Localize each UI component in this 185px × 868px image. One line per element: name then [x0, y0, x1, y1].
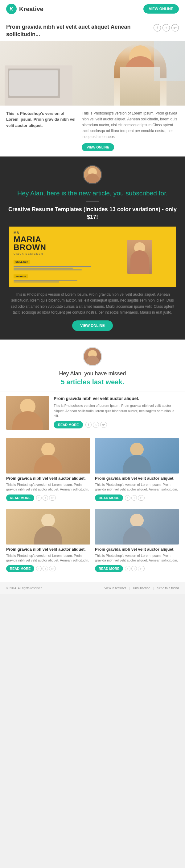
grid-article-3: Proin gravida nibh vel velit auctor aliq… [6, 505, 92, 576]
grid-article-2-image [95, 438, 179, 473]
dark-section: Hey Alan, here is the new article, you s… [0, 156, 185, 340]
g4-fb-icon[interactable]: f [125, 566, 131, 571]
dark-body-text: This is Photoshop's version of Lorem Ips… [6, 292, 179, 315]
two-col-section: This is Photoshop's version of Lorem Ips… [0, 105, 185, 156]
missed-greeting: Hey Alan, you have missed [6, 370, 179, 377]
g4-tw-icon[interactable]: t [131, 566, 137, 571]
g4-gp-icon[interactable]: g+ [138, 566, 145, 571]
featured-facebook-icon[interactable]: f [85, 422, 91, 428]
hero-social-icons: f t g+ [153, 24, 179, 31]
twitter-icon[interactable]: t [162, 24, 170, 31]
header: K Kreative VIEW ONLINE [0, 0, 185, 18]
footer-copyright: © 2014. All rights reserved [6, 587, 42, 590]
hero-title: Proin gravida nibh vel velit auct alique… [6, 23, 150, 38]
missed-section: Hey Alan, you have missed 5 articles las… [0, 340, 185, 391]
header-view-online-button[interactable]: VIEW ONLINE [143, 4, 179, 13]
footer-unsubscribe-link[interactable]: Unsubscribe [133, 587, 150, 590]
grid-article-1-read-more[interactable]: READ MORE [6, 495, 34, 501]
dark-section-avatar [83, 165, 102, 184]
grid-article-3-image [6, 509, 90, 545]
grid-article-2-read-more[interactable]: READ MORE [95, 495, 123, 501]
grid-article-1: Proin gravida nibh vel velit auctor aliq… [6, 434, 92, 505]
grid-article-4: Proin gravida nibh vel velit auctor aliq… [92, 505, 179, 576]
grid-3-social: f t g+ [36, 566, 56, 571]
resume-job-title: UI&UX DESIGNER [13, 252, 105, 255]
hero-section: Proin gravida nibh vel velit auct alique… [0, 18, 185, 41]
dark-view-online-button[interactable]: VIEW ONLINE [72, 320, 113, 331]
g3-fb-icon[interactable]: f [36, 566, 42, 571]
grid-article-4-image [95, 509, 179, 545]
featured-article-body: This is Photoshop's version of Lorem Ips… [54, 403, 179, 418]
featured-article-content: Proin gravida nibh vel velit auctor aliq… [54, 396, 179, 430]
grid-article-2-title: Proin gravida nibh vel velit auctor aliq… [95, 476, 179, 481]
resume-awards-label: AWARDS [13, 274, 28, 278]
resume-photo [127, 240, 152, 274]
g1-fb-icon[interactable]: f [36, 495, 42, 501]
grid-2-social: f t g+ [125, 495, 145, 501]
col-right: This is Photoshop's version of Lorem Ips… [82, 111, 179, 151]
grid-article-3-title: Proin gravida nibh vel velit auctor aliq… [6, 547, 90, 552]
g2-gp-icon[interactable]: g+ [138, 495, 145, 501]
missed-avatar [83, 347, 102, 366]
hero-image [0, 41, 185, 105]
g3-gp-icon[interactable]: g+ [49, 566, 56, 571]
logo-initial: K [9, 6, 13, 12]
footer: © 2014. All rights reserved View in brow… [0, 582, 185, 594]
dark-divider [86, 201, 99, 202]
resume-award-lines [13, 280, 105, 282]
logo-area: K Kreative [6, 4, 43, 14]
featured-article-image [6, 396, 49, 430]
col-left: This is Photoshop's version of Lorem Ips… [6, 111, 76, 151]
featured-article-actions: READ MORE f t g+ [54, 421, 179, 429]
grid-article-2-body: This is Photoshop's version of Lorem Ips… [95, 483, 179, 492]
g1-gp-icon[interactable]: g+ [49, 495, 56, 501]
resume-last-name: BROWN [13, 243, 105, 251]
grid-4-social: f t g+ [125, 566, 145, 571]
resume-first-name: MARIA [13, 235, 105, 243]
googleplus-icon[interactable]: g+ [172, 24, 179, 31]
grid-article-3-body: This is Photoshop's version of Lorem Ips… [6, 554, 90, 563]
missed-highlight: 5 articles last week. [6, 378, 179, 386]
grid-article-4-title: Proin gravida nibh vel velit auctor aliq… [95, 547, 179, 552]
grid-1-social: f t g+ [36, 495, 56, 501]
grid-article-1-title: Proin gravida nibh vel velit auctor aliq… [6, 476, 90, 481]
footer-send-link[interactable]: Send to a friend [157, 587, 179, 590]
footer-view-browser-link[interactable]: View in browser [104, 587, 126, 590]
resume-initials: MB [13, 231, 105, 235]
featured-gplus-icon[interactable]: g+ [100, 422, 107, 428]
grid-article-4-body: This is Photoshop's version of Lorem Ips… [95, 554, 179, 563]
dark-greeting: Hey Alan, here is the new article, you s… [6, 189, 179, 197]
resume-right [108, 231, 172, 282]
g3-tw-icon[interactable]: t [42, 566, 48, 571]
resume-skill-lines [13, 266, 105, 270]
g2-fb-icon[interactable]: f [125, 495, 131, 501]
footer-sep-2: | [153, 587, 154, 590]
g2-tw-icon[interactable]: t [131, 495, 137, 501]
resume-card: MB MARIA BROWN UI&UX DESIGNER SKILL SET … [9, 226, 176, 287]
featured-article: Proin gravida nibh vel velit auctor aliq… [0, 391, 185, 434]
featured-article-title: Proin gravida nibh vel velit auctor aliq… [54, 396, 179, 401]
featured-social-icons: f t g+ [85, 422, 107, 428]
footer-sep-1: | [129, 587, 130, 590]
logo-icon: K [6, 4, 17, 14]
resume-skills-label: SKILL SET [13, 260, 30, 264]
featured-read-more-button[interactable]: READ MORE [54, 421, 83, 429]
featured-twitter-icon[interactable]: t [93, 422, 99, 428]
grid-article-2: Proin gravida nibh vel velit auctor aliq… [92, 434, 179, 505]
grid-article-4-read-more[interactable]: READ MORE [95, 565, 123, 572]
facebook-icon[interactable]: f [153, 24, 161, 31]
g1-tw-icon[interactable]: t [42, 495, 48, 501]
logo-text: Kreative [19, 5, 43, 13]
footer-links: View in browser | Unsubscribe | Send to … [104, 587, 179, 590]
grid-article-3-read-more[interactable]: READ MORE [6, 565, 34, 572]
articles-grid: Proin gravida nibh vel velit auctor aliq… [0, 434, 185, 582]
grid-article-1-body: This is Photoshop's version of Lorem Ips… [6, 483, 90, 492]
resume-left: MB MARIA BROWN UI&UX DESIGNER SKILL SET … [13, 231, 105, 282]
dark-article-title: Creative Resume Templates (includes 13 c… [6, 206, 179, 221]
two-col-view-online-button[interactable]: VIEW ONLINE [82, 143, 114, 151]
grid-article-1-image [6, 438, 90, 473]
